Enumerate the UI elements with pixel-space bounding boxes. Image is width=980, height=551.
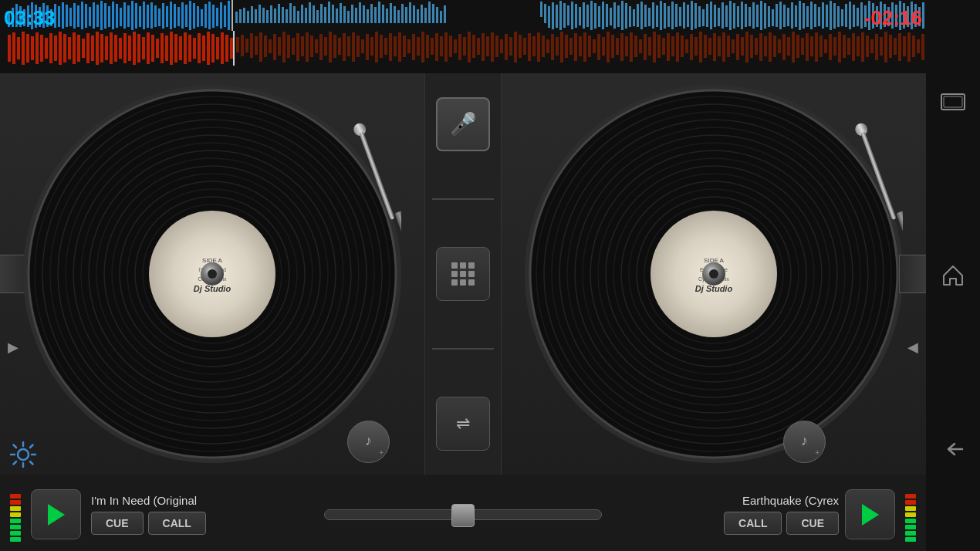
grid-button[interactable] [436, 247, 490, 301]
svg-rect-89 [351, 5, 353, 23]
mic-icon: 🎤 [450, 111, 477, 137]
left-cue-button[interactable]: CUE [91, 512, 144, 535]
crossfader-knob[interactable] [451, 504, 475, 527]
svg-rect-372 [736, 34, 739, 60]
settings-button[interactable] [4, 435, 42, 474]
svg-rect-91 [359, 2, 361, 23]
svg-rect-312 [458, 34, 461, 60]
svg-rect-311 [454, 39, 457, 53]
svg-rect-292 [366, 34, 369, 60]
svg-rect-251 [179, 36, 182, 60]
nav-screen-button[interactable] [936, 85, 970, 119]
svg-rect-37 [150, 2, 153, 29]
svg-rect-149 [675, 4, 678, 27]
svg-rect-115 [544, 4, 546, 23]
right-turntable-section: SIDE A Earthquake Cyrex Remix Dj Studio [502, 73, 926, 475]
svg-rect-103 [405, 7, 407, 23]
svg-rect-157 [706, 4, 708, 27]
svg-rect-60 [239, 9, 242, 23]
svg-rect-296 [384, 38, 387, 55]
svg-rect-215 [12, 32, 15, 64]
android-nav-bar [926, 0, 980, 551]
svg-rect-383 [787, 37, 790, 56]
svg-rect-141 [644, 5, 647, 27]
svg-rect-353 [648, 37, 651, 56]
right-call-button[interactable]: CALL [724, 512, 782, 535]
waveform-bottom[interactable] [0, 31, 926, 66]
svg-rect-158 [710, 2, 712, 29]
svg-rect-117 [552, 2, 554, 29]
svg-rect-30 [123, 2, 126, 29]
svg-rect-29 [120, 8, 122, 26]
svg-rect-244 [147, 32, 150, 64]
svg-rect-332 [551, 34, 554, 60]
svg-rect-19 [81, 2, 83, 29]
svg-rect-48 [193, 3, 195, 29]
svg-rect-294 [375, 32, 378, 63]
left-deck-buttons: CUE CALL [91, 512, 206, 535]
svg-rect-360 [681, 35, 684, 57]
svg-rect-327 [528, 33, 531, 61]
svg-rect-39 [158, 8, 161, 26]
svg-rect-221 [40, 35, 43, 62]
svg-rect-267 [250, 33, 253, 58]
crossfader-track[interactable] [324, 509, 602, 520]
svg-rect-80 [316, 10, 319, 23]
svg-rect-291 [361, 39, 364, 53]
svg-rect-125 [583, 2, 585, 29]
svg-rect-304 [421, 32, 424, 63]
shuffle-icon: ⇌ [456, 414, 470, 434]
nav-home-button[interactable] [936, 259, 970, 292]
svg-rect-268 [255, 36, 258, 55]
left-add-music-button[interactable]: ♪ + [347, 421, 390, 463]
svg-rect-167 [745, 4, 747, 27]
svg-rect-343 [602, 37, 605, 56]
waveform-top[interactable] [0, 0, 926, 31]
right-play-button[interactable] [845, 489, 895, 539]
svg-rect-58 [231, 0, 233, 31]
svg-rect-316 [477, 38, 480, 55]
svg-rect-116 [548, 6, 550, 28]
svg-rect-35 [143, 2, 145, 29]
svg-rect-61 [243, 8, 245, 23]
svg-rect-77 [305, 8, 307, 23]
svg-rect-389 [815, 32, 818, 62]
svg-rect-122 [571, 2, 573, 29]
right-add-music-button[interactable]: ♪ + [783, 421, 826, 463]
svg-rect-101 [397, 10, 400, 23]
shuffle-button[interactable]: ⇌ [436, 397, 490, 451]
crossfader-area [324, 509, 602, 520]
svg-rect-295 [380, 35, 383, 58]
left-call-button[interactable]: CALL [148, 512, 206, 535]
svg-rect-82 [324, 7, 326, 23]
svg-rect-290 [357, 35, 360, 57]
svg-rect-377 [759, 33, 762, 61]
svg-rect-99 [390, 3, 392, 23]
svg-rect-50 [201, 9, 203, 26]
right-cue-button[interactable]: CUE [786, 512, 839, 535]
svg-rect-370 [727, 35, 730, 57]
svg-rect-90 [355, 8, 357, 23]
right-next-button[interactable]: ◀ [899, 255, 926, 293]
svg-rect-168 [749, 7, 751, 26]
svg-rect-299 [398, 32, 401, 62]
svg-rect-298 [394, 36, 397, 56]
svg-rect-402 [875, 34, 878, 60]
left-play-button[interactable] [31, 489, 81, 539]
svg-rect-286 [338, 38, 341, 55]
svg-rect-111 [436, 7, 438, 23]
svg-rect-261 [225, 35, 228, 62]
svg-rect-349 [630, 32, 633, 62]
svg-rect-437 [394, 211, 401, 242]
svg-rect-252 [184, 32, 187, 64]
svg-rect-140 [640, 2, 643, 29]
svg-rect-398 [857, 36, 860, 56]
mic-button[interactable]: 🎤 [436, 97, 490, 151]
svg-rect-243 [142, 37, 145, 59]
svg-rect-136 [625, 3, 627, 29]
nav-back-button[interactable] [936, 432, 970, 466]
svg-rect-264 [236, 37, 239, 52]
svg-rect-62 [247, 11, 249, 23]
svg-rect-245 [151, 35, 154, 62]
svg-rect-78 [309, 2, 311, 23]
